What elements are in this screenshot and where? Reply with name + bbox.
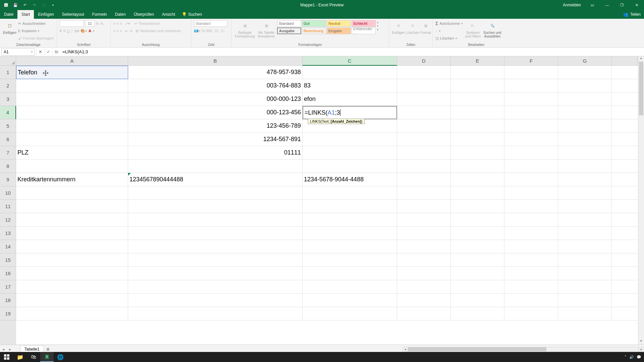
row-header-18[interactable]: 18 (0, 294, 16, 307)
cell-D1[interactable] (397, 66, 451, 79)
ribbon-options-icon[interactable]: ▭ (585, 0, 600, 10)
cell-B2[interactable]: 003-764-883 (128, 79, 303, 93)
cell-F15[interactable] (504, 253, 558, 267)
number-format-select[interactable]: Standard (194, 20, 227, 27)
cell-F14[interactable] (504, 240, 558, 253)
col-header-B[interactable]: B (128, 56, 303, 66)
tray-notifications-icon[interactable]: 💬 (637, 355, 641, 359)
cell-G10[interactable] (558, 186, 612, 200)
cell-B12[interactable] (128, 213, 303, 227)
paste-button[interactable]: 📋 Einfügen (3, 20, 17, 35)
cell-F7[interactable] (504, 146, 558, 160)
tray-up-icon[interactable]: ˄ (625, 355, 627, 359)
cell-F5[interactable] (504, 119, 558, 133)
cell-G1[interactable] (558, 66, 612, 79)
font-name-input[interactable] (60, 20, 84, 27)
cell-D16[interactable] (397, 267, 451, 280)
row-header-17[interactable]: 17 (0, 280, 16, 294)
cell-B6[interactable]: 1234-567-891 (128, 133, 303, 146)
formula-input[interactable]: =LINKS(A1;3 (60, 49, 644, 54)
cut-button[interactable]: ✂Ausschneiden (18, 20, 54, 27)
col-header-G[interactable]: G (558, 56, 612, 66)
cell-F3[interactable] (504, 93, 558, 106)
col-header-C[interactable]: C (303, 56, 397, 66)
start-button[interactable] (0, 352, 13, 362)
cell-D11[interactable] (397, 200, 451, 213)
row-header-14[interactable]: 14 (0, 240, 16, 253)
cell-B5[interactable]: 123-456-789 (128, 119, 303, 133)
cell-E1[interactable] (451, 66, 504, 79)
sheet-nav-next[interactable]: ▸ (7, 347, 13, 352)
cell-A3[interactable] (16, 93, 128, 106)
cell-F13[interactable] (504, 227, 558, 240)
minimize-icon[interactable]: — (600, 0, 614, 10)
cell-A10[interactable] (16, 186, 128, 200)
cell-E15[interactable] (451, 253, 504, 267)
cancel-formula-icon[interactable]: ✕ (36, 48, 44, 56)
cell-E19[interactable] (451, 307, 504, 320)
cell-D10[interactable] (397, 186, 451, 200)
copy-button[interactable]: ⎘Kopieren▾ (18, 27, 54, 34)
fx-icon[interactable]: fx (52, 48, 60, 56)
cell-E16[interactable] (451, 267, 504, 280)
cell-E2[interactable] (451, 79, 504, 93)
cell-A13[interactable] (16, 227, 128, 240)
cell-F9[interactable] (504, 173, 558, 186)
cell-A15[interactable] (16, 253, 128, 267)
cell-G13[interactable] (558, 227, 612, 240)
find-select-button[interactable]: 🔍Suchen und Auswählen (483, 20, 501, 38)
cell-C19[interactable] (303, 307, 397, 320)
tab-einfuegen[interactable]: Einfügen (34, 10, 58, 19)
cell-G12[interactable] (558, 213, 612, 227)
col-header-E[interactable]: E (451, 56, 504, 66)
cell-B10[interactable] (128, 186, 303, 200)
cell-B13[interactable] (128, 227, 303, 240)
cell-D12[interactable] (397, 213, 451, 227)
cell-D15[interactable] (397, 253, 451, 267)
save-icon[interactable]: 💾 (12, 2, 19, 8)
tab-daten[interactable]: Daten (111, 10, 130, 19)
cell-G4[interactable] (558, 106, 612, 119)
cell-C16[interactable] (303, 267, 397, 280)
cell-G15[interactable] (558, 253, 612, 267)
cell-E4[interactable] (451, 106, 504, 119)
cell-E5[interactable] (451, 119, 504, 133)
cell-D17[interactable] (397, 280, 451, 294)
row-header-16[interactable]: 16 (0, 267, 16, 280)
taskbar-excel-icon[interactable]: X (40, 352, 54, 362)
format-painter-button[interactable]: 🖌Format übertragen (18, 35, 54, 42)
cell-F6[interactable] (504, 133, 558, 146)
enter-formula-icon[interactable]: ✓ (44, 48, 52, 56)
col-header-D[interactable]: D (397, 56, 451, 66)
cell-C14[interactable] (303, 240, 397, 253)
tab-ueberpruefen[interactable]: Überprüfen (130, 10, 158, 19)
cell-G9[interactable] (558, 173, 612, 186)
cell-F17[interactable] (504, 280, 558, 294)
cell-F16[interactable] (504, 267, 558, 280)
cell-C1[interactable] (303, 66, 397, 79)
cell-F1[interactable] (504, 66, 558, 79)
cell-A9[interactable]: Kreditkartennummern (16, 173, 128, 186)
cell-B11[interactable] (128, 200, 303, 213)
row-header-19[interactable]: 19 (0, 307, 16, 320)
cell-G11[interactable] (558, 200, 612, 213)
cell-G16[interactable] (558, 267, 612, 280)
cell-G6[interactable] (558, 133, 612, 146)
close-icon[interactable]: ✕ (629, 0, 644, 10)
cell-E12[interactable] (451, 213, 504, 227)
cell-F19[interactable] (504, 307, 558, 320)
tab-seitenlayout[interactable]: Seitenlayout (58, 10, 88, 19)
cell-E8[interactable] (451, 160, 504, 173)
cell-B18[interactable] (128, 294, 303, 307)
tab-ansicht[interactable]: Ansicht (158, 10, 179, 19)
row-header-4[interactable]: 4 (0, 106, 16, 119)
format-cells-button[interactable]: ▦Format (420, 20, 431, 35)
cell-E10[interactable] (451, 186, 504, 200)
cell-D4[interactable] (397, 106, 451, 119)
sort-filter-button[interactable]: A↓Sortieren und Filtern (464, 20, 482, 38)
cell-F2[interactable] (504, 79, 558, 93)
share-button[interactable]: Teilen (630, 12, 641, 17)
cell-D9[interactable] (397, 173, 451, 186)
cell-B1[interactable]: 478-957-938 (128, 66, 303, 79)
cell-C15[interactable] (303, 253, 397, 267)
